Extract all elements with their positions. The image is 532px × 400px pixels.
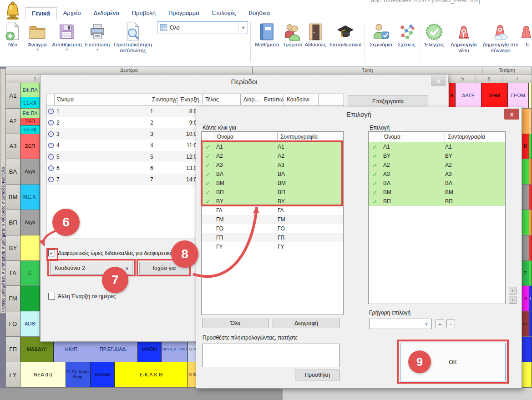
- toolbar-button-open-folder-icon[interactable]: Άνοιγμα▼: [24, 21, 51, 63]
- delete-button[interactable]: Διαγραφή: [273, 318, 340, 328]
- timetable-cell[interactable]: ΣΕΠ: [20, 118, 40, 125]
- toolbar-button-siren-cloud-icon[interactable]: Δημιουργία στο σύννεφο: [481, 21, 521, 63]
- timetable-cell[interactable]: Μ.Ε.Κ.: [20, 185, 40, 210]
- toolbar-button-print-preview-icon[interactable]: Προεπισκόπηση εκτύπωσης: [112, 21, 154, 63]
- row-header[interactable]: A2: [6, 109, 20, 134]
- periods-column-header[interactable]: Όνομα: [55, 94, 149, 105]
- available-class-row[interactable]: ΒΛ ΒΛ: [202, 170, 343, 179]
- timetable-cell[interactable]: Κ: [449, 83, 456, 108]
- timetable-cell[interactable]: [529, 210, 532, 235]
- timetable-cell[interactable]: ΕΕ-Θ(: [20, 125, 40, 134]
- periods-column-header[interactable]: [319, 94, 344, 105]
- timetable-cell[interactable]: [20, 235, 40, 260]
- available-class-row[interactable]: A1 A1: [202, 142, 343, 151]
- chevron-down-icon[interactable]: ▼: [238, 22, 248, 34]
- abbr-column-header[interactable]: Συντομογραφία: [445, 132, 505, 142]
- toolbar-button-save-icon[interactable]: Αποθήκευση▼: [51, 21, 82, 63]
- chevron-down-icon[interactable]: ▼: [83, 48, 111, 52]
- selected-class-row[interactable]: ΒΥ ΒΥ: [369, 151, 505, 160]
- row-header[interactable]: ΒΠ: [6, 210, 20, 235]
- timetable-cell[interactable]: ΕΦ.ΠΛ: [20, 83, 40, 97]
- timetable-cell[interactable]: ΕΕ-Θ(: [20, 97, 40, 108]
- plus-button[interactable]: +: [436, 320, 444, 328]
- toolbar-button-check-badge-icon[interactable]: Έλεγχος: [421, 21, 447, 63]
- selected-class-row[interactable]: A1 A1: [369, 142, 505, 151]
- close-icon[interactable]: x: [504, 109, 519, 120]
- timetable-cell[interactable]: ΑΟΘ: [20, 311, 40, 336]
- timetable-cell[interactable]: [522, 159, 529, 184]
- periods-column-header[interactable]: [46, 94, 55, 105]
- available-class-row[interactable]: A2 A2: [202, 151, 343, 160]
- add-class-input[interactable]: [202, 344, 340, 367]
- timetable-cell[interactable]: ΕΦ.ΠΛ: [20, 109, 40, 118]
- asc-bell-logo-icon[interactable]: [4, 1, 22, 21]
- timetable-cell[interactable]: Αγγλ: [20, 159, 40, 184]
- period-header[interactable]: 5: [450, 75, 476, 83]
- timetable-cell[interactable]: Κ: [522, 134, 529, 159]
- sidebar-vertical-tabs[interactable]: Πίνακας μαθημάτων ∨ Επιτήρηση ∨ μαθήματα…: [0, 67, 6, 400]
- available-class-row[interactable]: ΓΥ ΓΥ: [202, 242, 343, 251]
- timetable-cell[interactable]: [529, 362, 532, 387]
- period-header[interactable]: 6: [476, 75, 502, 83]
- timetable-cell[interactable]: Αγγλ: [20, 210, 40, 235]
- toolbar-button-partial-icon[interactable]: Ε: [521, 21, 532, 63]
- move-down-button[interactable]: ↓: [509, 296, 517, 304]
- timetable-cell[interactable]: [522, 337, 529, 362]
- periods-column-header[interactable]: Τέλος: [203, 94, 241, 105]
- timetable-cell[interactable]: [522, 362, 529, 387]
- timetable-cell[interactable]: [522, 109, 529, 134]
- timetable-cell[interactable]: [529, 261, 532, 286]
- checkbox-checked-icon[interactable]: ✓: [48, 250, 55, 256]
- move-up-button[interactable]: ↑: [509, 287, 517, 295]
- close-icon[interactable]: x: [431, 75, 446, 86]
- timetable-cell[interactable]: Στ. Σχ. Κεντρ. Θερμ.: [66, 362, 91, 387]
- toolbar-button-door-icon[interactable]: Αίθουσες: [304, 21, 327, 63]
- timetable-cell[interactable]: ΣΕΠ: [20, 134, 40, 159]
- add-button[interactable]: Προσθήκη: [295, 370, 340, 380]
- selected-class-row[interactable]: A2 A2: [369, 160, 505, 170]
- timetable-cell[interactable]: Ε: [20, 261, 40, 286]
- toolbar-button-print-icon[interactable]: Εκτύπωση▼: [83, 21, 111, 63]
- row-header[interactable]: ΓΟ: [6, 311, 20, 336]
- periods-column-header[interactable]: Συντομογρ...: [149, 94, 177, 105]
- selected-class-row[interactable]: ΒΜ ΒΜ: [369, 188, 505, 197]
- row-header[interactable]: ΓΜ: [6, 286, 20, 311]
- row-header[interactable]: ΒΥ: [6, 235, 20, 260]
- toolbar-button-graduation-cap-icon[interactable]: Εκπαιδευτικοί: [327, 21, 364, 63]
- edit-button[interactable]: Επεξεργασία: [348, 95, 428, 108]
- menu-tab[interactable]: Πρόγραμμα: [162, 7, 206, 20]
- checkbox-unchecked-icon[interactable]: [48, 293, 55, 300]
- menu-tab[interactable]: Γενικά: [25, 7, 57, 20]
- available-class-row[interactable]: ΒΥ ΒΥ: [202, 197, 343, 206]
- day-header[interactable]: Δευτέρα: [6, 67, 253, 75]
- timetable-cell[interactable]: ΜΑΘΜ: [91, 362, 115, 387]
- toolbar-button-relations-icon[interactable]: Σχέσεις: [395, 21, 418, 63]
- timetable-cell[interactable]: -ΙΙ: [522, 286, 529, 311]
- timetable-cell[interactable]: ΓΕΩΜ: [508, 83, 529, 108]
- menu-tab[interactable]: Επιλογές: [206, 7, 243, 20]
- selected-class-row[interactable]: ΒΛ ΒΛ: [369, 179, 505, 188]
- timetable-cell[interactable]: [529, 134, 532, 159]
- timetable-cell[interactable]: ΧΗΜ: [481, 83, 508, 108]
- timetable-cell[interactable]: [522, 210, 529, 235]
- timetable-cell[interactable]: ΕΣ: [522, 311, 529, 336]
- toolbar-button-students-icon[interactable]: Τμήματα: [281, 21, 304, 63]
- row-header[interactable]: ΒΜ: [6, 185, 20, 210]
- menu-tab[interactable]: Βοήθεια: [242, 7, 276, 20]
- day-header[interactable]: Τετάρτη: [482, 67, 532, 75]
- available-class-row[interactable]: ΓΛ ΓΛ: [202, 206, 343, 215]
- available-class-row[interactable]: A3 A3: [202, 160, 343, 170]
- toolbar-button-book-icon[interactable]: Μαθήματα: [253, 21, 281, 63]
- row-header[interactable]: A1: [6, 83, 20, 108]
- menu-tab[interactable]: Δεδομένα: [87, 7, 125, 20]
- selected-class-row[interactable]: A3 A3: [369, 170, 505, 179]
- menu-tab[interactable]: Αρχείο: [57, 7, 87, 20]
- periods-column-header[interactable]: Κουδούνι: [284, 94, 319, 105]
- row-header[interactable]: ΓΛ: [6, 261, 20, 286]
- row-header[interactable]: ΓΥ: [6, 362, 20, 387]
- timetable-cell[interactable]: [529, 185, 532, 210]
- abbr-column-header[interactable]: Συντομογραφία: [278, 132, 343, 142]
- chevron-down-icon[interactable]: ▼: [51, 48, 82, 52]
- day-header[interactable]: Τρίτη: [253, 67, 482, 75]
- timetable-cell[interactable]: [529, 337, 532, 362]
